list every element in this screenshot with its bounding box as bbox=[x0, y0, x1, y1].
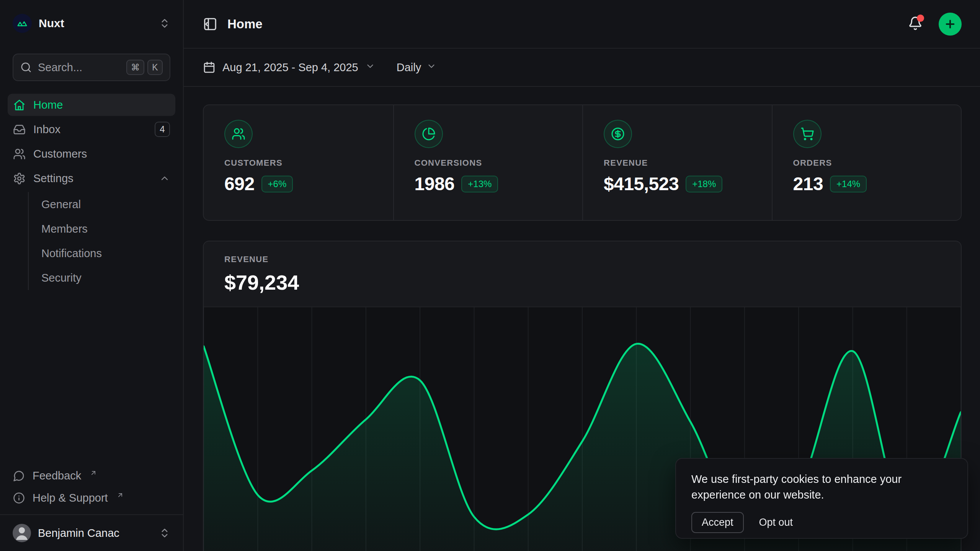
page-title: Home bbox=[227, 17, 263, 31]
cookie-message: We use first-party cookies to enhance yo… bbox=[691, 471, 952, 503]
search-input[interactable]: Search... ⌘ K bbox=[13, 54, 170, 81]
feedback-link[interactable]: Feedback bbox=[8, 465, 175, 487]
revenue-total: $79,234 bbox=[224, 271, 940, 294]
avatar bbox=[13, 524, 31, 542]
chevron-up-icon bbox=[159, 173, 170, 184]
chevrons-up-down-icon bbox=[159, 527, 170, 539]
nuxt-logo-icon bbox=[13, 14, 32, 33]
stat-delta-badge: +13% bbox=[461, 176, 498, 192]
filter-toolbar: Aug 21, 2025 - Sep 4, 2025 Daily bbox=[184, 49, 980, 87]
stat-label: CONVERSIONS bbox=[415, 158, 583, 168]
date-range-value: Aug 21, 2025 - Sep 4, 2025 bbox=[222, 61, 358, 74]
sidebar-item-home[interactable]: Home bbox=[8, 94, 175, 116]
message-circle-icon bbox=[13, 470, 25, 482]
sidebar-item-settings[interactable]: Settings bbox=[8, 167, 175, 189]
stat-value: 1986 bbox=[415, 173, 455, 194]
user-name: Benjamin Canac bbox=[38, 527, 119, 540]
sidebar-item-members[interactable]: Members bbox=[29, 217, 175, 241]
search-shortcut: ⌘ K bbox=[126, 60, 163, 75]
footer-link-label: Help & Support bbox=[33, 492, 108, 504]
stat-label: REVENUE bbox=[604, 158, 772, 168]
sidebar-sub-list: GeneralMembersNotificationsSecurity bbox=[28, 192, 175, 290]
revenue-label: REVENUE bbox=[224, 254, 940, 264]
notifications-button[interactable] bbox=[908, 16, 923, 32]
kbd-command: ⌘ bbox=[126, 60, 144, 75]
info-icon bbox=[13, 492, 25, 504]
stat-value: 213 bbox=[793, 173, 823, 194]
sidebar-item-label: Inbox bbox=[33, 123, 60, 136]
arrow-up-right-icon bbox=[116, 489, 124, 502]
chevron-up-icon bbox=[159, 173, 170, 184]
granularity-select[interactable]: Daily bbox=[397, 61, 436, 74]
users-round-icon bbox=[224, 120, 253, 148]
sidebar-item-inbox[interactable]: Inbox4 bbox=[8, 118, 175, 140]
footer-link-label: Feedback bbox=[33, 469, 81, 482]
sidebar: Nuxt Search... ⌘ K HomeInbox4CustomersSe… bbox=[0, 0, 184, 551]
page-title-group: Home bbox=[203, 17, 263, 31]
circle-dollar-icon bbox=[604, 120, 632, 148]
stat-delta-badge: +14% bbox=[830, 176, 867, 192]
users-icon bbox=[13, 148, 26, 160]
sidebar-item-customers[interactable]: Customers bbox=[8, 143, 175, 165]
date-range-picker[interactable]: Aug 21, 2025 - Sep 4, 2025 bbox=[203, 61, 375, 74]
sidebar-item-label: Settings bbox=[33, 172, 74, 185]
sidebar-nav: HomeInbox4CustomersSettingsGeneralMember… bbox=[8, 93, 175, 292]
stat-card-orders[interactable]: ORDERS213+14% bbox=[772, 105, 961, 220]
calendar-icon bbox=[203, 61, 216, 74]
sidebar-item-general[interactable]: General bbox=[29, 192, 175, 217]
brand-name: Nuxt bbox=[39, 17, 64, 30]
sidebar-item-notifications[interactable]: Notifications bbox=[29, 241, 175, 266]
notification-dot bbox=[917, 15, 924, 22]
home-icon bbox=[13, 99, 26, 111]
panel-left-icon[interactable] bbox=[203, 17, 217, 31]
inbox-icon bbox=[13, 123, 26, 136]
arrow-up-right-icon bbox=[116, 491, 124, 499]
stat-value: $415,523 bbox=[604, 173, 679, 194]
stat-label: CUSTOMERS bbox=[224, 158, 393, 168]
stat-value: 692 bbox=[224, 173, 255, 194]
revenue-header: REVENUE $79,234 bbox=[204, 241, 961, 294]
search-icon bbox=[20, 62, 32, 73]
sidebar-item-security[interactable]: Security bbox=[29, 266, 175, 290]
topbar-actions bbox=[908, 13, 962, 36]
granularity-value: Daily bbox=[397, 61, 421, 74]
shopping-cart-icon bbox=[800, 127, 814, 141]
opt-out-button[interactable]: Opt out bbox=[759, 517, 793, 528]
stat-card-customers[interactable]: CUSTOMERS692+6% bbox=[204, 105, 393, 220]
circle-dollar-icon bbox=[611, 127, 625, 141]
workspace-switcher[interactable]: Nuxt bbox=[0, 0, 183, 33]
chevron-down-icon bbox=[365, 61, 375, 74]
sidebar-footer: FeedbackHelp & Support bbox=[8, 465, 175, 514]
sidebar-item-label: Customers bbox=[33, 148, 87, 160]
add-button[interactable] bbox=[939, 13, 962, 36]
stat-card-revenue[interactable]: REVENUE$415,523+18% bbox=[582, 105, 772, 220]
topbar: Home bbox=[184, 0, 980, 49]
chevron-down-icon bbox=[426, 61, 436, 74]
shopping-cart-icon bbox=[793, 120, 822, 148]
stat-delta-badge: +18% bbox=[686, 176, 722, 192]
inbox-count-badge: 4 bbox=[155, 122, 170, 137]
sidebar-item-label: Home bbox=[33, 99, 63, 111]
chevrons-up-down-icon bbox=[159, 18, 170, 29]
stat-delta-badge: +6% bbox=[261, 176, 293, 192]
stat-card-conversions[interactable]: CONVERSIONS1986+13% bbox=[393, 105, 583, 220]
plus-icon bbox=[944, 18, 956, 30]
kbd-k: K bbox=[147, 60, 163, 75]
arrow-up-right-icon bbox=[90, 469, 97, 477]
accept-button[interactable]: Accept bbox=[691, 512, 744, 533]
cookie-banner: We use first-party cookies to enhance yo… bbox=[675, 458, 968, 539]
cookie-actions: Accept Opt out bbox=[691, 512, 952, 533]
pie-chart-icon bbox=[415, 120, 443, 148]
settings-icon bbox=[13, 172, 26, 185]
arrow-up-right-icon bbox=[90, 467, 97, 479]
stats-row: CUSTOMERS692+6%CONVERSIONS1986+13%REVENU… bbox=[203, 104, 962, 221]
search-placeholder: Search... bbox=[38, 61, 82, 74]
pie-chart-icon bbox=[422, 127, 436, 141]
users-round-icon bbox=[232, 127, 245, 141]
stat-label: ORDERS bbox=[793, 158, 961, 168]
user-menu[interactable]: Benjamin Canac bbox=[0, 515, 183, 551]
help-support-link[interactable]: Help & Support bbox=[8, 487, 175, 509]
